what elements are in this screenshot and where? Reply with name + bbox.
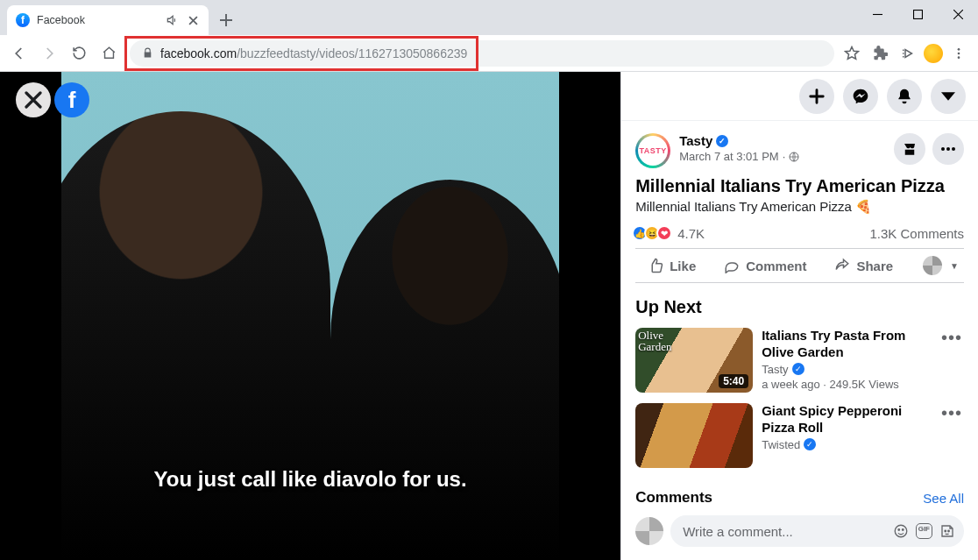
post-meta: March 7 at 3:01 PM · — [679, 150, 885, 163]
facebook-header-buttons — [621, 72, 978, 121]
share-button[interactable]: Share — [822, 249, 905, 282]
post-header: TASTY Tasty ✓ March 7 at 3:01 PM · — [621, 121, 978, 174]
video-thumbnail — [635, 403, 753, 468]
tab-audio-icon[interactable] — [165, 13, 179, 27]
post-title: Millennial Italians Try American Pizza — [621, 174, 978, 199]
window-minimize-button[interactable] — [857, 0, 897, 28]
create-button[interactable] — [799, 79, 834, 114]
verified-badge-icon: ✓ — [716, 135, 728, 147]
svg-point-7 — [952, 147, 955, 151]
window-controls — [857, 0, 978, 28]
publisher-name-row[interactable]: Tasty ✓ — [679, 133, 885, 148]
like-button[interactable]: Like — [635, 249, 708, 282]
svg-point-9 — [898, 529, 900, 531]
extension-badge-icon[interactable] — [924, 44, 943, 63]
comment-button[interactable]: Comment — [712, 249, 819, 282]
tab-title: Facebook — [37, 14, 158, 26]
lock-icon — [142, 47, 153, 59]
svg-rect-0 — [913, 10, 922, 18]
mini-avatar-icon — [923, 256, 942, 275]
bookmark-star-icon[interactable] — [840, 41, 864, 66]
video-thumbnail: OliveGarden 5:40 — [635, 328, 753, 393]
follow-shop-button[interactable] — [894, 133, 925, 165]
comments-count[interactable]: 1.3K Comments — [869, 226, 964, 241]
media-control-icon[interactable] — [896, 41, 920, 66]
up-next-meta: a week ago · 249.5K Views — [762, 378, 931, 391]
up-next-item[interactable]: OliveGarden 5:40 Italians Try Pasta From… — [621, 323, 978, 398]
tab-close-icon[interactable] — [186, 13, 200, 27]
notifications-button[interactable] — [887, 79, 922, 114]
video-frame: You just call like diavolo for us. — [0, 72, 620, 560]
up-next-publisher: Tasty — [762, 363, 788, 376]
comment-label: Comment — [746, 259, 806, 273]
post-options-button[interactable] — [932, 133, 964, 165]
url-host: facebook.com — [160, 46, 237, 60]
window-close-button[interactable] — [938, 0, 978, 28]
action-bar: Like Comment Share ▼ — [635, 248, 964, 283]
up-next-publisher: Twisted — [762, 438, 800, 451]
video-caption: You just call like diavolo for us. — [61, 467, 559, 492]
comment-input[interactable]: Write a comment... GIF — [670, 515, 964, 547]
new-tab-button[interactable] — [214, 8, 238, 32]
up-next-options-button[interactable]: ••• — [939, 403, 964, 423]
up-next-item[interactable]: Giant Spicy Pepperoni Pizza Roll Twisted… — [621, 398, 978, 473]
up-next-title: Italians Try Pasta From Olive Garden — [762, 328, 931, 361]
account-menu-button[interactable] — [931, 79, 966, 114]
side-panel: TASTY Tasty ✓ March 7 at 3:01 PM · Mille… — [620, 72, 978, 560]
user-avatar[interactable] — [635, 517, 663, 545]
sticker-icon[interactable] — [939, 523, 955, 539]
svg-point-1 — [958, 48, 960, 51]
reaction-love-icon: ❤ — [656, 225, 672, 241]
post-subtitle: Millennial Italians Try American Pizza 🍕 — [621, 199, 978, 222]
gif-icon[interactable]: GIF — [916, 523, 932, 539]
comments-header: Comments See All — [621, 473, 978, 512]
browser-tab[interactable]: f Facebook — [7, 5, 209, 35]
svg-point-6 — [946, 147, 950, 151]
up-next-title: Giant Spicy Pepperoni Pizza Roll — [762, 403, 931, 436]
facebook-favicon: f — [16, 13, 30, 27]
like-label: Like — [670, 259, 696, 273]
window-maximize-button[interactable] — [897, 0, 938, 28]
url-text: facebook.com/buzzfeedtasty/videos/116271… — [160, 46, 467, 60]
nav-back-button[interactable] — [7, 41, 32, 66]
extensions-icon[interactable] — [868, 41, 892, 66]
nav-reload-button[interactable] — [67, 41, 91, 66]
url-path: /buzzfeedtasty/videos/1162713050866239 — [237, 46, 467, 60]
publisher-avatar[interactable]: TASTY — [635, 133, 670, 168]
svg-point-11 — [945, 530, 946, 532]
svg-point-3 — [958, 56, 960, 59]
chevron-down-icon: ▼ — [950, 261, 959, 271]
privacy-public-icon — [789, 152, 799, 162]
reactions-row: 👍 😆 ❤ 4.7K 1.3K Comments — [621, 222, 978, 248]
up-next-options-button[interactable]: ••• — [939, 328, 964, 348]
post-timestamp[interactable]: March 7 at 3:01 PM — [679, 150, 778, 163]
verified-badge-icon: ✓ — [792, 363, 804, 375]
nav-home-button[interactable] — [96, 41, 121, 66]
comment-placeholder: Write a comment... — [683, 524, 793, 539]
browser-menu-icon[interactable] — [946, 41, 971, 66]
video-duration: 5:40 — [719, 374, 748, 388]
svg-point-8 — [895, 525, 907, 537]
verified-badge-icon: ✓ — [804, 438, 816, 450]
comment-composer: Write a comment... GIF — [621, 512, 978, 556]
svg-point-2 — [958, 52, 960, 54]
facebook-logo-button[interactable]: f — [54, 82, 89, 117]
emoji-icon[interactable] — [893, 523, 909, 539]
svg-point-10 — [902, 529, 904, 531]
svg-point-12 — [948, 530, 950, 532]
page-content: You just call like diavolo for us. f TAS… — [0, 72, 978, 560]
reaction-icons[interactable]: 👍 😆 ❤ — [635, 225, 672, 241]
share-label: Share — [856, 259, 893, 273]
video-player-area[interactable]: You just call like diavolo for us. f — [0, 72, 620, 560]
omnibox-container: facebook.com/buzzfeedtasty/videos/116271… — [126, 40, 834, 67]
address-bar[interactable]: facebook.com/buzzfeedtasty/videos/116271… — [130, 40, 834, 67]
toolbar-right-icons — [840, 41, 971, 66]
reactions-count[interactable]: 4.7K — [677, 226, 705, 241]
browser-toolbar: facebook.com/buzzfeedtasty/videos/116271… — [0, 35, 978, 72]
svg-point-5 — [941, 147, 945, 151]
messenger-button[interactable] — [843, 79, 878, 114]
nav-forward-button[interactable] — [37, 41, 61, 66]
see-all-link[interactable]: See All — [923, 491, 964, 506]
share-audience-selector[interactable]: ▼ — [905, 249, 964, 282]
close-video-button[interactable] — [16, 82, 51, 117]
